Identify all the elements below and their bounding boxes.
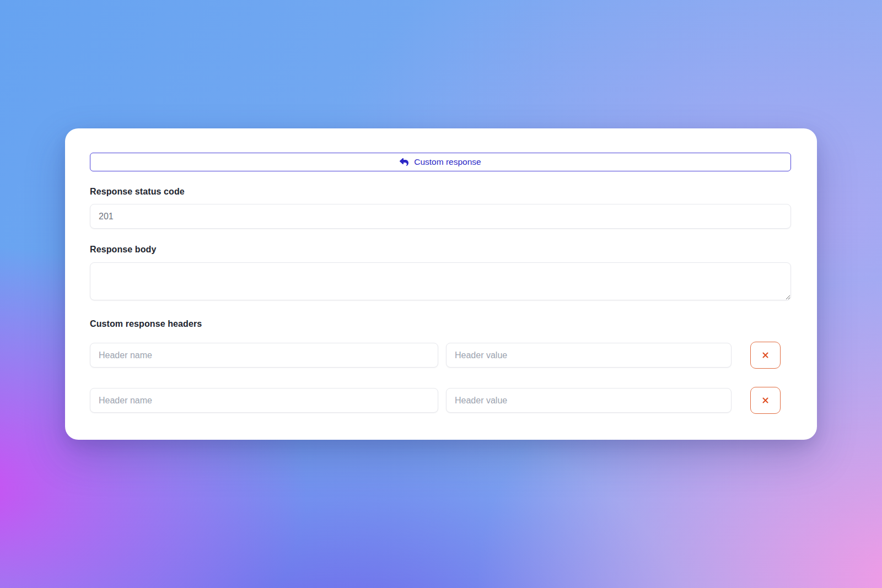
header-row bbox=[90, 342, 791, 369]
response-body-label: Response body bbox=[90, 245, 791, 254]
status-code-input[interactable] bbox=[90, 204, 791, 229]
x-icon bbox=[761, 350, 770, 360]
header-name-input[interactable] bbox=[90, 343, 438, 368]
gradient-background: Custom response Response status code Res… bbox=[0, 0, 882, 588]
custom-response-panel: Custom response Response status code Res… bbox=[65, 128, 817, 440]
remove-header-button[interactable] bbox=[750, 342, 781, 369]
x-icon bbox=[761, 396, 770, 405]
custom-response-button[interactable]: Custom response bbox=[90, 153, 791, 171]
status-code-label: Response status code bbox=[90, 187, 791, 196]
header-value-input[interactable] bbox=[446, 343, 732, 368]
custom-headers-label: Custom response headers bbox=[90, 319, 791, 328]
response-body-textarea[interactable] bbox=[90, 262, 791, 300]
header-row bbox=[90, 387, 791, 414]
remove-header-button[interactable] bbox=[750, 387, 781, 414]
header-name-input[interactable] bbox=[90, 388, 438, 413]
header-value-input[interactable] bbox=[446, 388, 732, 413]
reply-icon bbox=[400, 158, 408, 166]
custom-response-button-label: Custom response bbox=[414, 157, 481, 167]
